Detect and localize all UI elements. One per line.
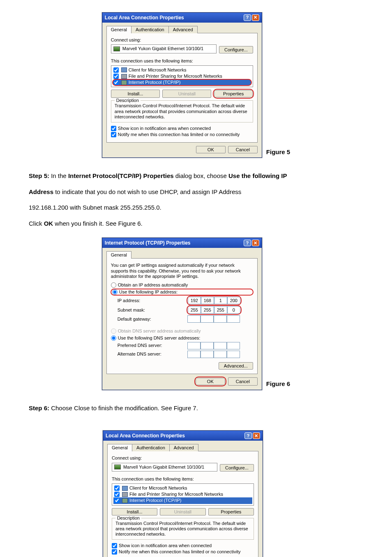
help-icon[interactable]: ? — [244, 14, 251, 21]
configure-button[interactable]: Configure... — [219, 46, 253, 53]
tab-advanced[interactable]: Advanced — [169, 444, 198, 451]
pref-dns-octet[interactable] — [201, 342, 214, 349]
item-checkbox[interactable] — [114, 492, 120, 497]
pref-dns-octet[interactable] — [187, 342, 201, 349]
ip-octet-1[interactable]: 192 — [188, 297, 201, 304]
gateway-octet[interactable] — [227, 315, 240, 323]
connection-items-list[interactable]: Client for Microsoft Networks File and P… — [112, 483, 254, 506]
titlebar[interactable]: Internet Protocol (TCP/IP) Properties ? … — [102, 238, 262, 248]
printer-icon — [121, 74, 127, 79]
alt-dns-octet[interactable] — [227, 351, 240, 358]
ip-octet-4[interactable]: 200 — [227, 297, 240, 304]
description-text: Transmission Control Protocol/Internet P… — [115, 521, 250, 537]
item-checkbox[interactable] — [114, 498, 120, 503]
close-icon[interactable]: ✕ — [253, 432, 260, 439]
obtain-ip-auto-radio[interactable] — [111, 282, 116, 288]
gateway-label: Default gateway: — [118, 317, 187, 322]
close-icon[interactable]: ✕ — [252, 240, 259, 246]
tab-advanced[interactable]: Advanced — [168, 26, 198, 33]
description-legend: Description — [115, 515, 141, 521]
show-icon-checkbox[interactable] — [111, 126, 116, 131]
show-icon-checkbox[interactable] — [112, 543, 117, 548]
mask-octet-1[interactable]: 255 — [188, 306, 201, 314]
connect-using-label: Connect using: — [112, 455, 254, 461]
show-icon-label: Show icon in notification area when conn… — [119, 543, 212, 548]
list-item-tcpip[interactable]: Internet Protocol (TCP/IP) — [113, 79, 251, 86]
notify-label: Notify me when this connection has limit… — [118, 132, 240, 137]
tcpip-properties-dialog: Internet Protocol (TCP/IP) Properties ? … — [102, 238, 262, 390]
cancel-button[interactable]: Cancel — [228, 377, 258, 386]
list-item[interactable]: File and Printer Sharing for Microsoft N… — [113, 73, 251, 79]
description-group: Description Transmission Control Protoco… — [112, 518, 254, 540]
tab-general[interactable]: General — [107, 444, 132, 451]
ip-octet-3[interactable]: 1 — [214, 297, 227, 304]
item-checkbox[interactable] — [113, 74, 119, 79]
use-following-ip-radio[interactable] — [112, 289, 118, 295]
items-label: This connection uses the following items… — [112, 476, 254, 482]
list-item-label: File and Printer Sharing for Microsoft N… — [129, 74, 222, 79]
pref-dns-octet[interactable] — [214, 342, 227, 349]
connection-items-list[interactable]: Client for Microsoft Networks File and P… — [111, 65, 253, 88]
alt-dns-octet[interactable] — [201, 351, 214, 358]
list-item-label: Client for Microsoft Networks — [129, 67, 187, 73]
item-checkbox[interactable] — [114, 485, 120, 491]
printer-icon — [122, 492, 128, 497]
use-following-dns-radio[interactable] — [111, 335, 116, 341]
install-button[interactable]: Install... — [111, 90, 160, 98]
adapter-name: Marvell Yukon Gigabit Ethernet 10/100/1 — [123, 465, 204, 470]
obtain-dns-auto-label: Obtain DNS server address automatically — [118, 328, 201, 334]
help-icon[interactable]: ? — [244, 432, 252, 439]
ok-button[interactable]: OK — [196, 146, 226, 153]
mask-octet-2[interactable]: 255 — [201, 306, 214, 314]
description-group: Description Transmission Control Protoco… — [111, 100, 253, 122]
cancel-button[interactable]: Cancel — [228, 146, 258, 153]
ip-address-label: IP address: — [118, 298, 187, 303]
ok-button[interactable]: OK — [196, 378, 225, 385]
step-6: Step 6: Choose Close to finish the modif… — [29, 402, 363, 414]
titlebar[interactable]: Local Area Connection Properties ? ✕ — [103, 431, 263, 441]
mask-octet-4[interactable]: 0 — [227, 306, 240, 314]
nic-icon — [113, 46, 120, 51]
tab-general[interactable]: General — [106, 251, 131, 259]
client-icon — [122, 486, 128, 491]
ip-octet-2[interactable]: 168 — [201, 297, 214, 304]
properties-button[interactable]: Properties — [214, 90, 252, 97]
pref-dns-label: Preferred DNS server: — [118, 343, 187, 348]
close-icon[interactable]: ✕ — [252, 14, 259, 21]
help-icon[interactable]: ? — [244, 240, 251, 246]
connect-using-label: Connect using: — [111, 37, 253, 43]
install-button[interactable]: Install... — [112, 508, 157, 515]
titlebar[interactable]: Local Area Connection Properties ? ✕ — [102, 13, 262, 23]
list-item-label: File and Printer Sharing for Microsoft N… — [129, 492, 223, 497]
mask-octet-3[interactable]: 255 — [214, 306, 227, 314]
items-label: This connection uses the following items… — [111, 58, 253, 64]
local-area-connection-dialog-1: Local Area Connection Properties ? ✕ Gen… — [102, 12, 262, 158]
nic-icon — [114, 465, 121, 469]
local-area-connection-dialog-2: Local Area Connection Properties ? ✕ Gen… — [103, 430, 263, 557]
list-item[interactable]: Client for Microsoft Networks — [113, 67, 251, 73]
window-title: Local Area Connection Properties — [105, 15, 184, 21]
list-item[interactable]: Client for Microsoft Networks — [113, 485, 252, 491]
tab-general[interactable]: General — [106, 26, 131, 33]
notify-label: Notify me when this connection has limit… — [119, 549, 241, 555]
alt-dns-octet[interactable] — [187, 351, 201, 358]
tab-authentication[interactable]: Authentication — [131, 26, 169, 33]
pref-dns-octet[interactable] — [227, 342, 240, 349]
notify-checkbox[interactable] — [111, 132, 116, 137]
list-item[interactable]: File and Printer Sharing for Microsoft N… — [113, 491, 252, 497]
notify-checkbox[interactable] — [112, 549, 117, 555]
list-item-tcpip[interactable]: Internet Protocol (TCP/IP) — [113, 497, 252, 504]
uninstall-button: Uninstall — [160, 508, 205, 515]
gateway-octet[interactable] — [214, 315, 227, 323]
description-legend: Description — [115, 98, 141, 103]
advanced-button[interactable]: Advanced... — [219, 362, 253, 370]
gateway-octet[interactable] — [201, 315, 214, 323]
tab-authentication[interactable]: Authentication — [132, 444, 170, 451]
alt-dns-octet[interactable] — [214, 351, 227, 358]
item-checkbox[interactable] — [113, 67, 119, 73]
properties-button[interactable]: Properties — [208, 508, 254, 515]
window-title: Internet Protocol (TCP/IP) Properties — [105, 240, 191, 246]
item-checkbox[interactable] — [113, 80, 119, 85]
configure-button[interactable]: Configure... — [220, 464, 254, 471]
gateway-octet[interactable] — [187, 315, 201, 323]
